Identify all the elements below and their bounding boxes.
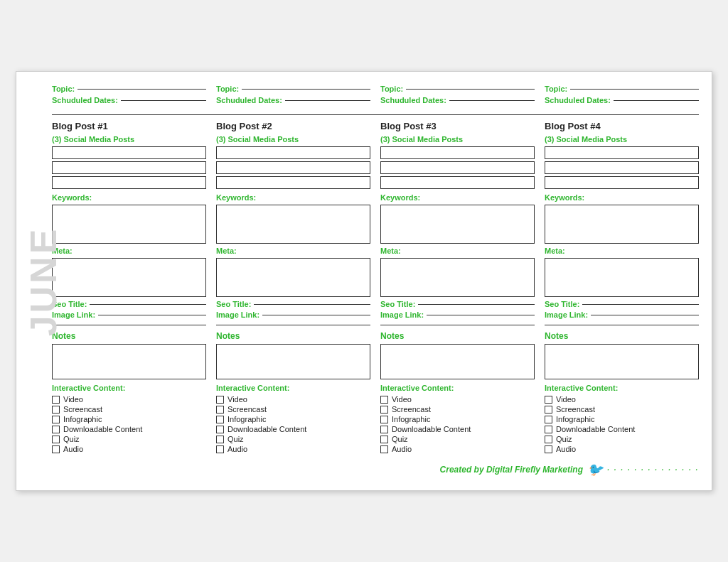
checkbox-infographic-1[interactable]: Infographic	[52, 415, 206, 423]
seo-title-label-4: Seo Title:	[545, 300, 579, 308]
top-divider	[52, 114, 699, 115]
social-input-1b[interactable]	[52, 161, 206, 174]
june-watermark: JUNE	[22, 226, 65, 336]
checkbox-video-2[interactable]: Video	[216, 395, 370, 404]
meta-box-3[interactable]	[380, 258, 535, 297]
notes-box-4[interactable]	[545, 344, 699, 379]
blog-title-4: Blog Post #4	[545, 121, 699, 131]
interactive-label-2: Interactive Content:	[216, 384, 370, 392]
scheduled-label-3: Schuduled Dates:	[380, 96, 446, 104]
blog-col-4: Blog Post #4 (3) Social Media Posts Keyw…	[545, 121, 699, 455]
checkbox-quiz-3[interactable]: Quiz	[380, 435, 535, 443]
image-link-underline-1	[98, 315, 206, 315]
checkbox-infographic-4[interactable]: Infographic	[545, 415, 699, 423]
blog-title-3: Blog Post #3	[380, 121, 535, 131]
notes-box-3[interactable]	[380, 344, 535, 379]
social-label-2: (3) Social Media Posts	[216, 135, 370, 144]
topic-underline-3	[406, 89, 535, 90]
checkbox-downloadable-2[interactable]: Downloadable Content	[216, 425, 370, 433]
social-input-2c[interactable]	[216, 176, 370, 189]
interactive-label-3: Interactive Content:	[380, 384, 535, 392]
checkbox-video-4[interactable]: Video	[545, 395, 699, 404]
notes-label-4: Notes	[545, 331, 699, 341]
seo-title-label-3: Seo Title:	[380, 300, 415, 308]
footer-text: Created by Digital Firefly Marketing	[440, 465, 583, 475]
social-input-4a[interactable]	[545, 146, 699, 159]
social-input-4b[interactable]	[545, 161, 699, 174]
checkbox-downloadable-1[interactable]: Downloadable Content	[52, 425, 206, 433]
social-label-1: (3) Social Media Posts	[52, 135, 206, 144]
checkbox-downloadable-4[interactable]: Downloadable Content	[545, 425, 699, 433]
top-col-3: Topic: Schuduled Dates:	[380, 85, 535, 107]
seo-title-underline-1	[90, 304, 206, 305]
seo-title-label-2: Seo Title:	[216, 300, 251, 308]
checkbox-audio-4[interactable]: Audio	[545, 445, 699, 453]
social-input-3c[interactable]	[380, 176, 535, 189]
scheduled-underline-3	[449, 100, 535, 101]
image-link-underline-4	[591, 315, 699, 315]
social-input-2b[interactable]	[216, 161, 370, 174]
keywords-box-4[interactable]	[545, 205, 699, 244]
checkbox-quiz-4[interactable]: Quiz	[545, 435, 699, 443]
divider-4	[545, 325, 699, 325]
notes-label-1: Notes	[52, 331, 206, 341]
checkbox-video-1[interactable]: Video	[52, 395, 206, 404]
image-link-underline-3	[427, 315, 535, 315]
social-input-3a[interactable]	[380, 146, 535, 159]
image-link-underline-2	[262, 315, 370, 315]
divider-1	[52, 325, 206, 325]
checkbox-audio-3[interactable]: Audio	[380, 445, 535, 453]
social-label-4: (3) Social Media Posts	[545, 135, 699, 144]
meta-box-1[interactable]	[52, 258, 206, 297]
bird-icon: 🐦	[587, 462, 603, 477]
topic-label-1: Topic:	[52, 85, 75, 93]
top-row: Topic: Schuduled Dates: Topic: Schuduled…	[52, 85, 699, 107]
checkbox-audio-2[interactable]: Audio	[216, 445, 370, 453]
seo-title-underline-4	[582, 304, 699, 305]
checkbox-screencast-1[interactable]: Screencast	[52, 405, 206, 414]
checkbox-infographic-2[interactable]: Infographic	[216, 415, 370, 423]
blog-col-2: Blog Post #2 (3) Social Media Posts Keyw…	[216, 121, 370, 455]
scheduled-label-4: Schuduled Dates:	[545, 96, 611, 104]
social-input-1c[interactable]	[52, 176, 206, 189]
keywords-box-1[interactable]	[52, 205, 206, 244]
checkbox-infographic-3[interactable]: Infographic	[380, 415, 535, 423]
notes-box-2[interactable]	[216, 344, 370, 379]
checkbox-downloadable-3[interactable]: Downloadable Content	[380, 425, 535, 433]
checkbox-screencast-3[interactable]: Screencast	[380, 405, 535, 414]
scheduled-underline-2	[285, 100, 370, 101]
keywords-box-2[interactable]	[216, 205, 370, 244]
keywords-label-4: Keywords:	[545, 193, 699, 202]
social-label-3: (3) Social Media Posts	[380, 135, 535, 144]
checkbox-audio-1[interactable]: Audio	[52, 445, 206, 453]
keywords-label-1: Keywords:	[52, 193, 206, 202]
checkbox-screencast-4[interactable]: Screencast	[545, 405, 699, 414]
social-input-4c[interactable]	[545, 176, 699, 189]
topic-label-2: Topic:	[216, 85, 239, 93]
image-link-label-4: Image Link:	[545, 310, 588, 319]
top-col-1: Topic: Schuduled Dates:	[52, 85, 206, 107]
topic-underline-4	[570, 89, 699, 90]
meta-box-2[interactable]	[216, 258, 370, 297]
top-col-2: Topic: Schuduled Dates:	[216, 85, 370, 107]
checkbox-quiz-1[interactable]: Quiz	[52, 435, 206, 443]
social-input-1a[interactable]	[52, 146, 206, 159]
checkbox-video-3[interactable]: Video	[380, 395, 535, 404]
social-input-3b[interactable]	[380, 161, 535, 174]
scheduled-label-1: Schuduled Dates:	[52, 96, 118, 104]
checkbox-quiz-2[interactable]: Quiz	[216, 435, 370, 443]
image-link-label-2: Image Link:	[216, 310, 259, 319]
meta-label-2: Meta:	[216, 247, 370, 255]
seo-title-underline-2	[254, 304, 370, 305]
notes-box-1[interactable]	[52, 344, 206, 379]
divider-2	[216, 325, 370, 325]
topic-label-4: Topic:	[545, 85, 567, 93]
meta-label-3: Meta:	[380, 247, 535, 255]
keywords-label-3: Keywords:	[380, 193, 535, 202]
social-input-2a[interactable]	[216, 146, 370, 159]
keywords-box-3[interactable]	[380, 205, 535, 244]
meta-box-4[interactable]	[545, 258, 699, 297]
blog-title-1: Blog Post #1	[52, 121, 206, 131]
checkbox-screencast-2[interactable]: Screencast	[216, 405, 370, 414]
topic-underline-2	[242, 89, 370, 90]
